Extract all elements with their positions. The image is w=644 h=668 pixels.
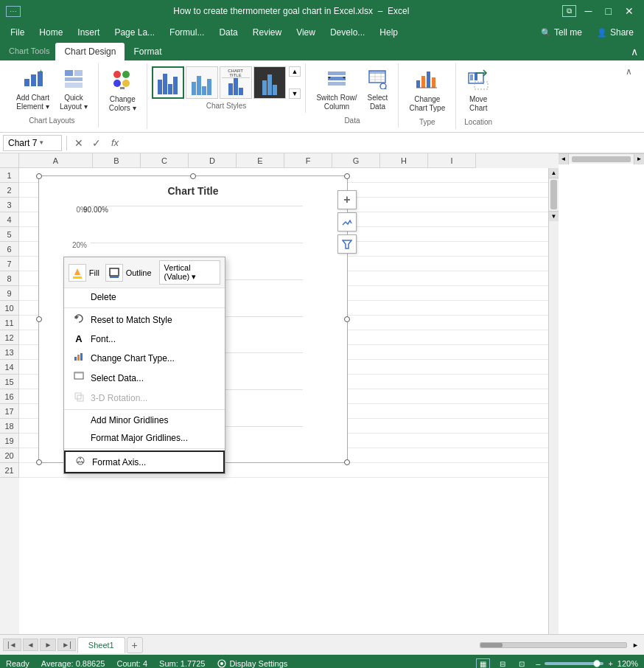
chart-style-1[interactable] <box>152 66 184 99</box>
close-button[interactable]: ✕ <box>620 4 638 18</box>
scroll-up-btn[interactable]: ▲ <box>549 168 559 178</box>
change-chart-type-button[interactable]: ChangeChart Type <box>405 66 449 115</box>
minimize-button[interactable]: ─ <box>581 4 597 18</box>
name-box-dropdown-icon[interactable]: ▼ <box>37 139 46 146</box>
col-header-A[interactable]: A <box>19 153 93 168</box>
ribbon-tab-format[interactable]: Format <box>125 43 170 60</box>
col-header-B[interactable]: B <box>93 153 141 168</box>
row-header-3[interactable]: 3 <box>0 198 19 212</box>
zoom-out-btn[interactable]: – <box>534 659 542 668</box>
scroll-down-btn[interactable]: ▼ <box>549 211 559 221</box>
hscroll-thumb[interactable] <box>572 156 631 162</box>
formula-input[interactable] <box>126 135 641 151</box>
zoom-slider[interactable] <box>545 662 603 665</box>
col-header-E[interactable]: E <box>237 153 284 168</box>
name-box[interactable]: Chart 7 ▼ <box>3 135 62 151</box>
cancel-formula-btn[interactable]: ✕ <box>71 137 86 149</box>
sheet-nav-prev[interactable]: ◄ <box>23 639 39 651</box>
fill-icon-button[interactable] <box>69 264 86 282</box>
display-settings-button[interactable]: Display Settings <box>217 658 287 668</box>
ctx-reset-style[interactable]: Reset to Match Style <box>64 310 225 330</box>
tell-me-input[interactable]: 🔍 Tell me <box>533 24 589 41</box>
change-colors-button[interactable]: ChangeColors ▾ <box>105 66 141 115</box>
restore-button[interactable]: ⧉ <box>562 5 576 17</box>
menu-item-home[interactable]: Home <box>32 24 70 41</box>
hscroll-right-btn[interactable]: ► <box>634 154 644 164</box>
row-header-8[interactable]: 8 <box>0 271 19 286</box>
row-header-10[interactable]: 10 <box>0 301 19 316</box>
sheet-hscroll-bar[interactable] <box>480 642 627 648</box>
col-header-I[interactable]: I <box>428 153 476 168</box>
row-header-2[interactable]: 2 <box>0 183 19 198</box>
row-header-13[interactable]: 13 <box>0 345 19 360</box>
normal-view-btn[interactable]: ▦ <box>476 658 490 669</box>
maximize-button[interactable]: □ <box>601 4 616 18</box>
menu-item-data[interactable]: Data <box>211 24 245 41</box>
menu-item-review[interactable]: Review <box>245 24 289 41</box>
col-header-F[interactable]: F <box>284 153 332 168</box>
row-header-1[interactable]: 1 <box>0 168 19 183</box>
col-header-D[interactable]: D <box>189 153 237 168</box>
row-header-21[interactable]: 21 <box>0 463 19 478</box>
chart-style-4[interactable] <box>253 66 286 99</box>
handle-tr[interactable] <box>344 173 350 179</box>
row-header-7[interactable]: 7 <box>0 257 19 271</box>
switch-row-column-button[interactable]: Switch Row/Column <box>312 66 361 114</box>
ctx-select-data[interactable]: Select Data... <box>64 368 225 388</box>
row-header-4[interactable]: 4 <box>0 212 19 227</box>
menu-item-view[interactable]: View <box>289 24 323 41</box>
menu-item-file[interactable]: File <box>3 24 32 41</box>
menu-item-insert[interactable]: Insert <box>70 24 107 41</box>
menu-item-formulas[interactable]: Formul... <box>162 24 211 41</box>
ctx-format-axis[interactable]: Format Axis... <box>64 450 225 473</box>
hscroll-left-btn[interactable]: ◄ <box>559 154 569 164</box>
page-break-btn[interactable]: ⊡ <box>515 658 528 669</box>
col-header-G[interactable]: G <box>332 153 380 168</box>
handle-br[interactable] <box>344 459 350 465</box>
col-header-H[interactable]: H <box>380 153 428 168</box>
chart-styles-scroll-down[interactable]: ▼ <box>289 88 301 99</box>
confirm-formula-btn[interactable]: ✓ <box>89 137 104 149</box>
move-chart-button[interactable]: MoveChart <box>463 66 494 115</box>
sheet-nav-next[interactable]: ► <box>40 639 56 651</box>
ribbon-tab-chart-design[interactable]: Chart Design <box>55 43 125 60</box>
zoom-in-btn[interactable]: + <box>606 659 614 668</box>
quick-layout-button[interactable]: QuickLayout ▾ <box>55 66 92 114</box>
row-header-15[interactable]: 15 <box>0 375 19 389</box>
row-header-19[interactable]: 19 <box>0 434 19 448</box>
scroll-thumb[interactable] <box>550 180 557 209</box>
ctx-font[interactable]: A Font... <box>64 330 225 348</box>
chart-styles-scroll-up[interactable]: ▲ <box>289 66 301 77</box>
ribbon-collapse-btn[interactable]: ∧ <box>625 43 644 60</box>
add-sheet-button[interactable]: + <box>127 637 143 653</box>
page-layout-btn[interactable]: ⊟ <box>496 658 509 669</box>
handle-tl[interactable] <box>36 173 42 179</box>
row-header-9[interactable]: 9 <box>0 286 19 301</box>
add-chart-element-float-btn[interactable]: + <box>337 190 357 209</box>
sheet-tab-sheet1[interactable]: Sheet1 <box>77 637 125 653</box>
ctx-delete[interactable]: Delete <box>64 288 225 306</box>
menu-item-developer[interactable]: Develo... <box>323 24 372 41</box>
add-chart-element-button[interactable]: + Add ChartElement ▾ <box>12 66 54 114</box>
vertical-scrollbar[interactable]: ▲ ▼ <box>548 168 559 634</box>
axis-dropdown[interactable]: Vertical (Value) ▾ <box>159 260 220 285</box>
handle-bl[interactable] <box>36 459 42 465</box>
zoom-slider-thumb[interactable] <box>593 660 601 667</box>
handle-ml[interactable] <box>36 316 42 322</box>
menu-item-help[interactable]: Help <box>372 24 405 41</box>
ctx-format-major-gridlines[interactable]: Format Major Gridlines... <box>64 429 225 447</box>
row-header-6[interactable]: 6 <box>0 242 19 257</box>
row-header-20[interactable]: 20 <box>0 448 19 463</box>
outline-icon-button[interactable] <box>105 264 123 282</box>
handle-mr[interactable] <box>344 316 350 322</box>
row-header-12[interactable]: 12 <box>0 330 19 345</box>
ctx-add-minor-gridlines[interactable]: Add Minor Gridlines <box>64 411 225 429</box>
row-header-5[interactable]: 5 <box>0 227 19 242</box>
row-header-11[interactable]: 11 <box>0 316 19 330</box>
handle-tc[interactable] <box>190 173 196 179</box>
chart-style-3[interactable]: CHART TITLE <box>220 66 252 99</box>
sheet-nav-first[interactable]: |◄ <box>3 639 21 651</box>
share-button[interactable]: 👤 Share <box>589 24 641 41</box>
row-header-16[interactable]: 16 <box>0 389 19 404</box>
sheet-hscroll-thumb[interactable] <box>480 643 503 647</box>
